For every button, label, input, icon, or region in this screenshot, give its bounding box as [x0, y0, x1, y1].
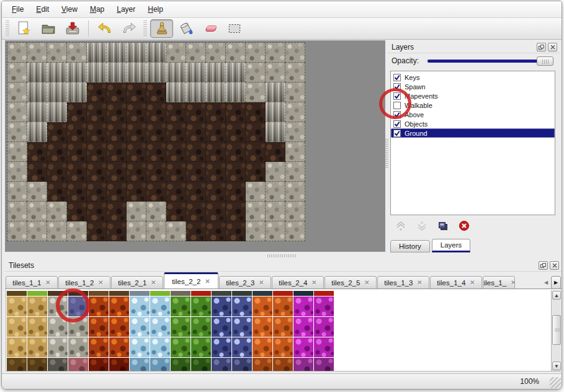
palette-tile[interactable]	[293, 296, 313, 316]
palette-tile[interactable]	[212, 337, 231, 357]
palette-tile[interactable]	[314, 296, 334, 316]
menu-file[interactable]: File	[6, 2, 30, 17]
map-tile-rock-top[interactable]	[27, 182, 47, 202]
palette-tile[interactable]	[171, 296, 190, 316]
opacity-slider-handle[interactable]	[537, 56, 553, 66]
palette-tile[interactable]	[212, 358, 231, 371]
map-tile-dirt-floor[interactable]	[67, 102, 87, 122]
fill-tool-button[interactable]	[174, 19, 197, 38]
tileset-view[interactable]	[6, 290, 561, 372]
map-tile-rock-top[interactable]	[266, 162, 285, 182]
map-tile-dirt-floor[interactable]	[146, 142, 166, 162]
map-tile-rock-top[interactable]	[285, 221, 305, 241]
map-tile-cliff-wall[interactable]	[146, 43, 166, 63]
map-canvas[interactable]	[7, 42, 305, 241]
map-tile-rock-top[interactable]	[266, 202, 285, 221]
map-tile-dirt-floor[interactable]	[107, 221, 127, 241]
palette-tile[interactable]	[273, 358, 293, 371]
layer-visibility-checkbox[interactable]	[393, 92, 401, 100]
map-tile-dirt-floor[interactable]	[226, 122, 246, 142]
map-tile-rock-top[interactable]	[7, 142, 27, 162]
map-tile-rock-top[interactable]	[246, 221, 266, 241]
palette-tile-strip[interactable]	[273, 291, 293, 296]
map-tile-dirt-floor[interactable]	[107, 162, 127, 182]
map-tile-cliff-wall[interactable]	[226, 82, 246, 102]
layer-row-spawn[interactable]: Spawn	[391, 82, 555, 91]
palette-tile[interactable]	[171, 337, 190, 357]
close-tab-icon[interactable]: ✕	[511, 279, 515, 286]
map-tile-dirt-floor[interactable]	[226, 221, 246, 241]
palette-tile[interactable]	[89, 358, 109, 371]
map-tile-dirt-floor[interactable]	[206, 142, 226, 162]
menu-help[interactable]: Help	[141, 2, 169, 17]
map-tile-cliff-wall[interactable]	[266, 122, 285, 142]
tileset-tab-tiles_2_3[interactable]: tiles_2_3✕	[219, 276, 271, 289]
map-tile-dirt-floor[interactable]	[186, 162, 206, 182]
tileset-tab-tiles_2_5[interactable]: tiles_2_5✕	[325, 276, 377, 289]
map-tile-cliff-wall[interactable]	[47, 63, 67, 82]
tileset-tab-tiles_1_4[interactable]: tiles_1_4✕	[430, 276, 482, 289]
map-tile-dirt-floor[interactable]	[146, 162, 166, 182]
map-tile-cliff-wall[interactable]	[127, 43, 146, 63]
delete-layer-button[interactable]	[456, 220, 472, 232]
palette-tile[interactable]	[7, 337, 27, 357]
map-tile-rock-top[interactable]	[266, 182, 285, 202]
map-tile-dirt-floor[interactable]	[107, 102, 127, 122]
map-tile-dirt-floor[interactable]	[107, 142, 127, 162]
map-tile-dirt-floor[interactable]	[127, 162, 146, 182]
palette-tile[interactable]	[27, 317, 47, 337]
map-tile-dirt-floor[interactable]	[206, 162, 226, 182]
map-tile-cliff-wall[interactable]	[27, 122, 47, 142]
palette-tile-strip[interactable]	[109, 291, 129, 296]
menu-edit[interactable]: Edit	[30, 2, 55, 17]
palette-tile[interactable]	[27, 296, 47, 316]
map-tile-rock-top[interactable]	[186, 43, 206, 63]
map-tile-dirt-floor[interactable]	[27, 142, 47, 162]
map-tile-dirt-floor[interactable]	[146, 82, 166, 102]
map-tile-cliff-wall[interactable]	[27, 63, 47, 82]
map-tile-dirt-floor[interactable]	[47, 122, 67, 142]
map-tile-rock-top[interactable]	[285, 63, 305, 82]
map-tile-dirt-floor[interactable]	[266, 142, 285, 162]
map-tile-dirt-floor[interactable]	[67, 182, 87, 202]
map-tile-rock-top[interactable]	[285, 102, 305, 122]
map-tile-rock-top[interactable]	[7, 82, 27, 102]
move-layer-up-button[interactable]	[393, 220, 408, 232]
map-tile-dirt-floor[interactable]	[206, 202, 226, 221]
map-tile-cliff-wall[interactable]	[27, 82, 47, 102]
palette-tile[interactable]	[89, 337, 109, 357]
map-tile-rock-top[interactable]	[246, 202, 266, 221]
close-tilesets-button[interactable]	[550, 261, 559, 270]
menu-view[interactable]: View	[55, 2, 84, 17]
map-tile-rock-top[interactable]	[47, 43, 67, 63]
palette-tile-strip[interactable]	[7, 291, 27, 296]
palette-tile[interactable]	[109, 358, 129, 371]
map-tile-dirt-floor[interactable]	[206, 102, 226, 122]
palette-tile[interactable]	[253, 317, 272, 337]
map-tile-cliff-wall[interactable]	[67, 63, 87, 82]
toolbar-handle-2[interactable]	[143, 20, 147, 37]
palette-tile[interactable]	[89, 317, 109, 337]
map-tile-rock-top[interactable]	[7, 221, 27, 241]
layer-row-mapevents[interactable]: Mapevents	[391, 91, 555, 100]
palette-tile-strip[interactable]	[212, 291, 231, 296]
map-tile-cliff-wall[interactable]	[266, 102, 285, 122]
map-tile-dirt-floor[interactable]	[166, 142, 186, 162]
map-tile-dirt-floor[interactable]	[186, 102, 206, 122]
map-tile-dirt-floor[interactable]	[67, 162, 87, 182]
map-tile-dirt-floor[interactable]	[246, 142, 266, 162]
map-tile-rock-top[interactable]	[285, 43, 305, 63]
map-tile-dirt-floor[interactable]	[186, 221, 206, 241]
map-tile-dirt-floor[interactable]	[87, 162, 107, 182]
palette-tile[interactable]	[89, 296, 109, 316]
palette-tile-strip[interactable]	[89, 291, 109, 296]
resize-grip[interactable]	[550, 377, 561, 388]
map-tile-dirt-floor[interactable]	[107, 122, 127, 142]
palette-tile-strip[interactable]	[314, 291, 334, 296]
palette-tile-strip[interactable]	[68, 291, 88, 296]
layer-visibility-checkbox[interactable]	[393, 120, 401, 128]
map-tile-dirt-floor[interactable]	[127, 122, 146, 142]
close-tab-icon[interactable]: ✕	[98, 279, 103, 286]
map-tile-dirt-floor[interactable]	[47, 142, 67, 162]
map-tile-cliff-wall[interactable]	[47, 82, 67, 102]
